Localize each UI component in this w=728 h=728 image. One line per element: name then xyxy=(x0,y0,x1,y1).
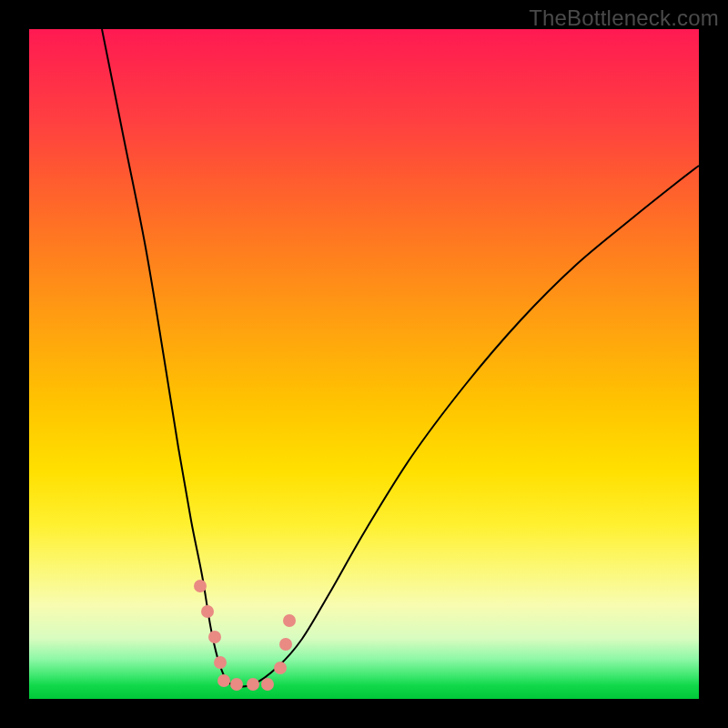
chart-frame: TheBottleneck.com xyxy=(0,0,728,728)
curve-marker xyxy=(201,605,214,618)
curve-marker xyxy=(230,678,243,691)
curve-marker xyxy=(217,674,230,687)
bottleneck-curve xyxy=(102,29,699,686)
curve-marker xyxy=(208,631,221,643)
curve-marker xyxy=(194,580,207,592)
curve-marker xyxy=(214,656,227,669)
curve-marker xyxy=(247,678,259,691)
curve-layer xyxy=(29,29,699,699)
plot-area xyxy=(29,29,699,699)
watermark-text: TheBottleneck.com xyxy=(529,5,719,31)
curve-marker xyxy=(279,638,292,651)
curve-markers xyxy=(194,580,296,691)
curve-marker xyxy=(274,662,287,674)
curve-marker xyxy=(261,678,274,691)
curve-marker xyxy=(283,614,296,627)
